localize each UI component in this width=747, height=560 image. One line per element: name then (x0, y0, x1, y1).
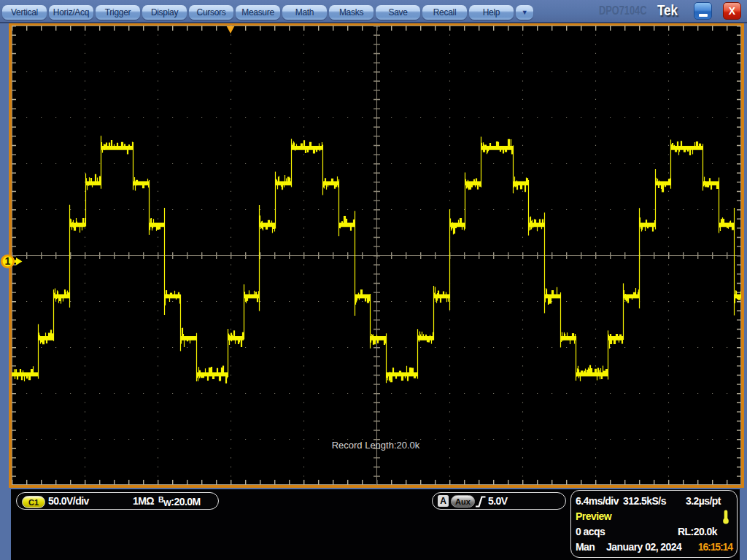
svg-text:1: 1 (5, 255, 11, 267)
